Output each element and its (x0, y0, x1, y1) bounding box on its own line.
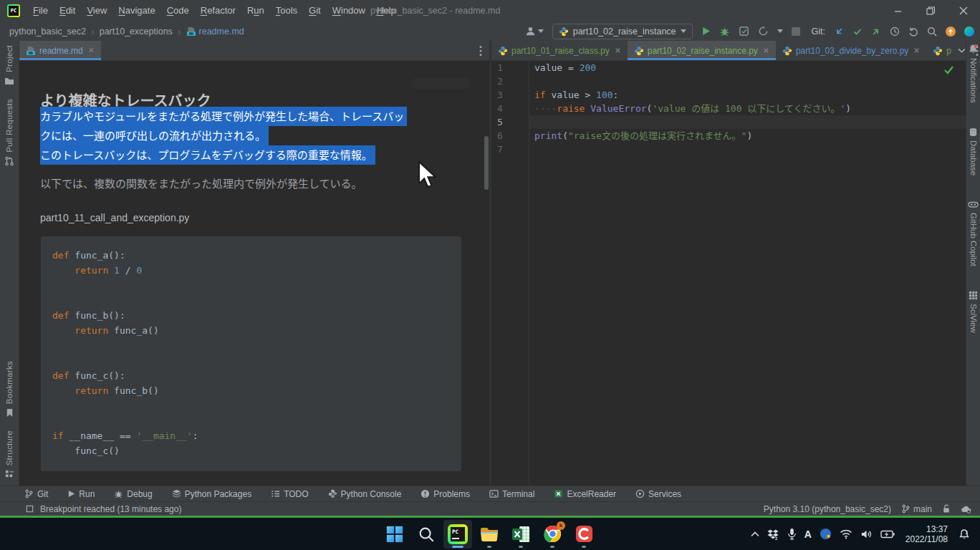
code-editor[interactable]: 1value = 20023if value > 100:4····raise … (491, 61, 966, 486)
menu-view[interactable]: View (81, 0, 112, 21)
line-number[interactable]: 4 (497, 102, 519, 115)
run-button[interactable] (701, 26, 711, 36)
tool-strip-item-structure[interactable]: Structure (5, 430, 14, 478)
menu-navigate[interactable]: Navigate (112, 0, 160, 21)
volume-icon[interactable] (860, 529, 873, 539)
wifi-icon[interactable] (840, 529, 852, 539)
scrollbar-thumb[interactable] (484, 136, 489, 190)
coverage-button[interactable] (739, 26, 749, 37)
tool-window-button-python-console[interactable]: Python Console (328, 489, 402, 499)
tool-window-button-excelreader[interactable]: ExcelReader (554, 489, 616, 499)
breadcrumb-item[interactable]: MDreadme.md (186, 26, 244, 37)
tool-window-label: TODO (284, 489, 308, 499)
microphone-icon[interactable] (787, 528, 797, 540)
line-number[interactable]: 7 (497, 143, 519, 156)
close-tab-icon[interactable] (763, 47, 769, 55)
dropbox-icon[interactable]: z (767, 529, 779, 540)
line-number[interactable]: 5 (497, 115, 519, 129)
stop-button[interactable] (792, 27, 800, 36)
taskbar-clock[interactable]: 13:37 2022/11/08 (905, 524, 948, 544)
tool-window-button-run[interactable]: Run (67, 489, 95, 499)
breadcrumb-item[interactable]: python_basic_sec2 (9, 26, 86, 37)
tab-readme-md[interactable]: MD readme.md ✕ (19, 41, 101, 60)
taskbar-pycharm-icon[interactable]: PC (443, 520, 472, 549)
close-button[interactable] (947, 0, 980, 21)
tool-strip-item-bookmarks[interactable]: Bookmarks (5, 361, 14, 417)
breadcrumb-item[interactable]: part10_exceptions (100, 26, 173, 37)
editor-tab-part10_01_raise_class-py[interactable]: part10_01_raise_class.py (491, 41, 628, 60)
ime-a-icon[interactable]: A (804, 529, 812, 540)
line-number[interactable]: 2 (497, 74, 519, 88)
tool-window-button-todo[interactable]: TODO (271, 489, 308, 499)
line-number[interactable]: 3 (497, 88, 519, 102)
tool-strip-item-database[interactable]: Database (969, 127, 978, 175)
menu-run[interactable]: Run (241, 0, 270, 21)
menu-edit[interactable]: Edit (54, 0, 81, 21)
taskbar-camtasia-icon[interactable] (570, 520, 598, 549)
profiler-caret[interactable] (777, 29, 783, 33)
taskbar-explorer-icon[interactable] (475, 520, 504, 549)
search-everywhere-button[interactable] (927, 26, 937, 37)
tool-window-button-python-packages[interactable]: Python Packages (172, 489, 251, 499)
tool-strip-item-sciview[interactable]: SciView (969, 291, 978, 333)
tool-window-button-git[interactable]: Git (24, 489, 48, 499)
tool-strip-item-pull-requests[interactable]: Pull Requests (4, 99, 14, 166)
git-branch-widget[interactable]: main (901, 504, 932, 514)
close-tab-icon[interactable] (913, 47, 920, 55)
update-project-button[interactable] (834, 26, 844, 37)
commit-button[interactable] (852, 26, 863, 37)
lock-open-icon[interactable] (942, 504, 951, 513)
tab-label: p (946, 46, 951, 56)
ide-update-button[interactable] (946, 26, 956, 37)
kebab-menu-icon[interactable] (479, 45, 482, 57)
close-tab-icon[interactable] (615, 47, 621, 55)
line-number[interactable]: 1 (497, 61, 519, 74)
rollback-button[interactable] (908, 26, 918, 37)
menu-code[interactable]: Code (161, 0, 195, 21)
pycharm-logo-icon[interactable]: PC (7, 4, 20, 17)
python-interpreter[interactable]: Python 3.10 (python_basic_sec2) (764, 504, 891, 514)
menu-refactor[interactable]: Refactor (195, 0, 241, 21)
navigation-bar: python_basic_sec2›part10_exceptions›MDre… (0, 21, 980, 41)
profiler-button[interactable] (758, 26, 769, 37)
sciview-icon (969, 291, 978, 300)
tool-window-button-debug[interactable]: Debug (114, 489, 152, 499)
editor-tab-p[interactable]: p (926, 41, 958, 60)
menu-tools[interactable]: Tools (270, 0, 303, 21)
taskbar-excel-icon[interactable] (506, 520, 535, 549)
tab-list-chevron-icon[interactable] (958, 48, 966, 53)
menu-window[interactable]: Window (327, 0, 371, 21)
editor-tab-part10_02_raise_instance-py[interactable]: part10_02_raise_instance.py (628, 41, 776, 60)
menu-git[interactable]: Git (303, 0, 327, 21)
tool-strip-item-project[interactable]: Project (4, 45, 14, 86)
focus-bell-icon[interactable]: z (959, 529, 970, 540)
code-with-me-button[interactable] (964, 26, 974, 37)
history-button[interactable] (890, 26, 900, 37)
sphere-icon[interactable] (820, 528, 832, 540)
toolbar-right: part10_02_raise_instanceGit: (525, 24, 980, 39)
tool-window-button-problems[interactable]: Problems (421, 489, 470, 499)
line-number[interactable]: 6 (497, 129, 519, 143)
status-message[interactable]: Breakpoint reached (13 minutes ago) (40, 504, 181, 514)
chevron-up-icon[interactable] (751, 531, 759, 537)
markdown-preview[interactable]: より複雑なトレースバック カラブルやモジュールをまたがる処理で例外が発生した場合… (19, 61, 489, 486)
battery-icon[interactable] (880, 530, 895, 539)
taskbar-chrome-icon[interactable]: k (538, 520, 567, 549)
taskbar-start-icon[interactable] (380, 520, 409, 549)
run-configuration-select[interactable]: part10_02_raise_instance (552, 24, 693, 39)
close-tab-icon[interactable]: ✕ (88, 46, 95, 55)
tool-strip-item-github-copilot[interactable]: GitHub Copilot (968, 200, 979, 266)
push-button[interactable] (871, 26, 881, 37)
menu-file[interactable]: File (27, 0, 54, 21)
inspections-ok-icon[interactable] (943, 65, 954, 74)
user-profile-button[interactable] (525, 26, 544, 37)
tool-window-button-services[interactable]: Services (635, 489, 681, 499)
minimize-button[interactable] (881, 0, 914, 21)
taskbar-search-icon[interactable] (412, 520, 441, 549)
editor-tab-part10_03_divide_by_zero-py[interactable]: part10_03_divide_by_zero.py (776, 41, 926, 60)
kebab-menu-icon[interactable] (976, 45, 979, 57)
debug-button[interactable] (719, 26, 730, 37)
settings-sync-icon[interactable] (961, 505, 971, 513)
restore-button[interactable] (914, 0, 947, 21)
tool-window-button-terminal[interactable]: Terminal (489, 489, 534, 499)
